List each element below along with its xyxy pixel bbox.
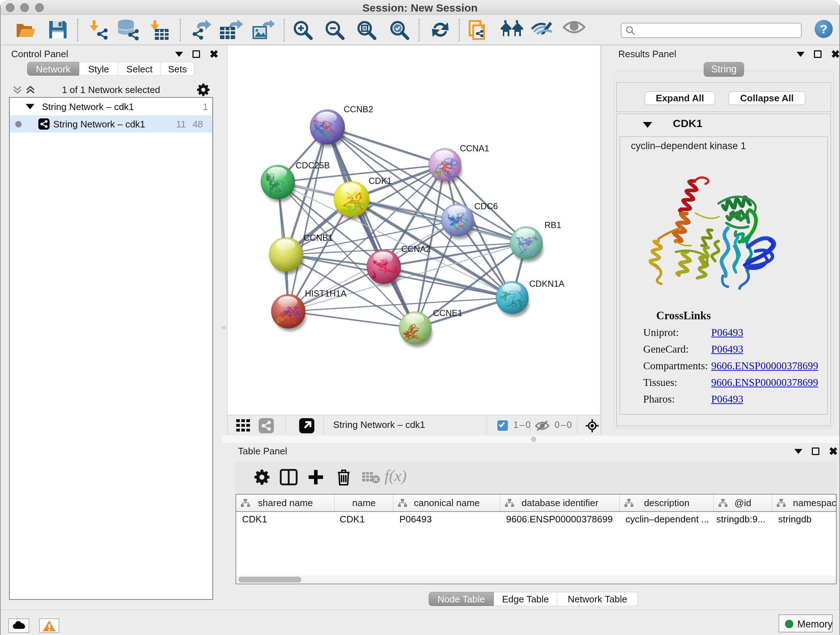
svg-text:RB1: RB1 xyxy=(545,220,561,230)
svg-text:CDC6: CDC6 xyxy=(474,201,498,211)
svg-text:CDC25B: CDC25B xyxy=(295,160,330,170)
svg-text:CCNB2: CCNB2 xyxy=(344,104,373,114)
svg-text:CDKN1A: CDKN1A xyxy=(529,279,564,288)
svg-text:CDK1: CDK1 xyxy=(369,176,392,186)
svg-text:CCNA1: CCNA1 xyxy=(460,143,489,153)
svg-text:HIST1H1A: HIST1H1A xyxy=(305,288,347,298)
svg-text:CCNE1: CCNE1 xyxy=(433,308,462,318)
svg-text:CCNB1: CCNB1 xyxy=(303,233,333,242)
svg-text:CCNA2: CCNA2 xyxy=(401,244,431,254)
